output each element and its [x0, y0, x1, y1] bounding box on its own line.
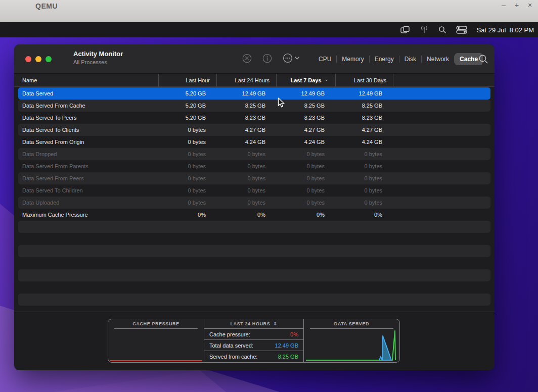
row-value: 5.20 GB: [158, 115, 216, 121]
row-name: Data Served From Parents: [18, 163, 158, 169]
row-value: 8.25 GB: [216, 103, 276, 109]
tab-cpu[interactable]: CPU: [313, 53, 336, 65]
footer-panels: CACHE PRESSURE LAST 24 HOURS ⇕ Cache pre…: [108, 319, 400, 363]
row-name: Data Uploaded: [18, 200, 158, 206]
table-empty-row: [18, 245, 490, 257]
control-center-icon[interactable]: [456, 22, 467, 37]
column-header-name[interactable]: Name: [14, 74, 158, 86]
table-empty-row: [18, 257, 490, 269]
zoom-traffic-light[interactable]: [46, 56, 52, 62]
stat-label: Served from cache:: [209, 354, 257, 360]
column-header-last-30-days[interactable]: Last 30 Days: [335, 74, 393, 86]
updown-chevron-icon[interactable]: ⇕: [273, 321, 277, 326]
row-value: 0 bytes: [335, 175, 393, 181]
row-name: Data Dropped: [18, 151, 158, 157]
qemu-maximize-button[interactable]: +: [513, 1, 521, 9]
row-value: 8.23 GB: [335, 115, 393, 121]
pane-divider[interactable]: [14, 312, 495, 312]
stat-row: Served from cache:8.25 GB: [204, 351, 303, 362]
tab-memory[interactable]: Memory: [337, 53, 369, 65]
row-value: 8.23 GB: [216, 115, 276, 121]
row-value: 0 bytes: [158, 187, 216, 193]
row-value: 4.24 GB: [276, 139, 335, 145]
quit-process-icon[interactable]: [242, 54, 252, 63]
row-value: 0 bytes: [216, 163, 276, 169]
stat-value: 8.25 GB: [278, 354, 298, 360]
qemu-minimize-button[interactable]: –: [500, 1, 508, 9]
column-header-last-hour[interactable]: Last Hour: [158, 74, 216, 86]
row-value: 8.23 GB: [276, 115, 335, 121]
row-name: Maximum Cache Pressure: [18, 212, 158, 218]
window-title: Activity Monitor: [73, 50, 123, 58]
row-value: 4.27 GB: [216, 127, 276, 133]
column-header-label: Last Hour: [186, 77, 210, 83]
row-value: 4.27 GB: [276, 127, 335, 133]
row-value: 5.20 GB: [158, 103, 216, 109]
tab-energy[interactable]: Energy: [370, 53, 399, 65]
row-value: 0 bytes: [335, 187, 393, 193]
tab-disk[interactable]: Disk: [399, 53, 421, 65]
table-row[interactable]: Data Served From Peers0 bytes0 bytes0 by…: [18, 172, 490, 184]
table-row[interactable]: Maximum Cache Pressure0%0%0%0%: [18, 209, 490, 221]
table-row[interactable]: Data Served To Children0 bytes0 bytes0 b…: [18, 184, 490, 197]
row-name: Data Served From Peers: [18, 175, 158, 181]
row-value: 0%: [335, 212, 393, 218]
activity-monitor-window: Activity Monitor All Processes: [14, 44, 495, 370]
row-value: 0%: [158, 212, 216, 218]
stage-manager-icon[interactable]: [400, 22, 410, 37]
table-body: Data Served5.20 GB12.49 GB12.49 GB12.49 …: [14, 87, 495, 306]
table-row[interactable]: Data Served5.20 GB12.49 GB12.49 GB12.49 …: [18, 87, 490, 100]
row-value: 0 bytes: [276, 163, 335, 169]
stat-row: Cache pressure:0%: [204, 329, 303, 340]
table-row[interactable]: Data Served From Cache5.20 GB8.25 GB8.25…: [18, 100, 490, 112]
column-header-label: Last 30 Days: [354, 77, 386, 83]
row-value: 0 bytes: [276, 151, 335, 157]
stat-row: Total data served:12.49 GB: [204, 340, 303, 351]
row-value: 12.49 GB: [276, 90, 335, 96]
table-row[interactable]: Data Served To Peers5.20 GB8.23 GB8.23 G…: [18, 112, 490, 124]
table-row[interactable]: Data Served From Origin0 bytes4.24 GB4.2…: [18, 136, 490, 148]
inspect-process-icon[interactable]: [262, 54, 272, 63]
search-icon[interactable]: [478, 54, 488, 64]
row-value: 0%: [216, 212, 276, 218]
view-tabs: CPUMemoryEnergyDiskNetworkCache: [313, 53, 483, 65]
table-row[interactable]: Data Served From Parents0 bytes0 bytes0 …: [18, 160, 490, 172]
row-value: 5.20 GB: [158, 90, 216, 96]
data-served-graph: [304, 328, 399, 362]
table-row[interactable]: Data Uploaded0 bytes0 bytes0 bytes0 byte…: [18, 197, 490, 209]
row-value: 0 bytes: [158, 200, 216, 206]
last-24-hours-title[interactable]: LAST 24 HOURS: [231, 321, 271, 326]
row-value: 4.24 GB: [335, 139, 393, 145]
row-value: 0 bytes: [216, 175, 276, 181]
stat-label: Cache pressure:: [209, 331, 250, 337]
more-options-icon[interactable]: [283, 53, 300, 63]
data-served-title: DATA SERVED: [304, 319, 399, 328]
column-header-label: Name: [22, 77, 37, 83]
close-traffic-light[interactable]: [25, 56, 31, 62]
spotlight-search-icon[interactable]: [438, 22, 446, 37]
sort-chevron-icon: ⌄: [325, 76, 329, 82]
tab-network[interactable]: Network: [422, 53, 454, 65]
row-name: Data Served From Cache: [18, 103, 158, 109]
row-value: 0 bytes: [158, 127, 216, 133]
data-served-panel: DATA SERVED: [303, 319, 400, 363]
row-value: 4.24 GB: [216, 139, 276, 145]
column-header-last-24-hours[interactable]: Last 24 Hours: [216, 74, 276, 86]
row-value: 0 bytes: [276, 175, 335, 181]
window-titlebar: Activity Monitor All Processes: [14, 44, 495, 73]
qemu-titlebar: QEMU – + ×: [0, 0, 538, 22]
row-value: 12.49 GB: [335, 90, 393, 96]
minimize-traffic-light[interactable]: [35, 56, 41, 62]
wifi-antenna-icon[interactable]: [420, 22, 429, 37]
menubar-clock[interactable]: Sat 29 Jul 8:02 PM: [477, 26, 534, 34]
row-name: Data Served From Origin: [18, 139, 158, 145]
row-value: 0 bytes: [158, 163, 216, 169]
row-value: 0 bytes: [216, 187, 276, 193]
table-row[interactable]: Data Served To Clients0 bytes4.27 GB4.27…: [18, 124, 490, 136]
column-header-last-7-days[interactable]: Last 7 Days⌄: [276, 74, 335, 86]
qemu-window-title: QEMU: [35, 2, 58, 10]
row-value: 0 bytes: [158, 139, 216, 145]
qemu-close-button[interactable]: ×: [526, 1, 534, 9]
table-row[interactable]: Data Dropped0 bytes0 bytes0 bytes0 bytes: [18, 148, 490, 160]
table-empty-row: [18, 233, 490, 245]
